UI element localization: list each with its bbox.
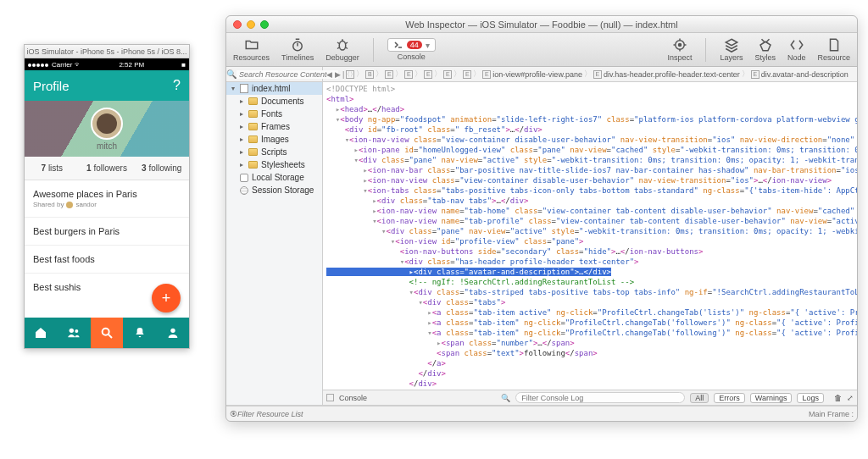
add-button[interactable]: + <box>152 284 181 312</box>
sidebar-folder[interactable]: ▸Stylesheets <box>226 158 322 171</box>
crumb-icon: E <box>424 70 432 79</box>
tab-timelines[interactable]: Timelines <box>281 37 314 62</box>
shared-by-label: Shared by <box>33 201 64 208</box>
styles-icon <box>758 37 773 53</box>
page-title: Profile <box>33 79 70 93</box>
window-titlebar[interactable]: Web Inspector — iOS Simulator — Foodbie … <box>226 16 857 33</box>
filter-all[interactable]: All <box>690 393 709 403</box>
folder-icon <box>248 148 258 156</box>
wifi-icon: ᯤ <box>75 61 81 69</box>
tab-layers[interactable]: Layers <box>720 37 743 62</box>
node-icon <box>789 37 804 53</box>
filter-warnings[interactable]: Warnings <box>750 393 793 403</box>
mini-avatar-icon <box>66 202 73 208</box>
sim-window-title: iOS Simulator - iPhone 5s - iPhone 5s / … <box>25 45 189 58</box>
disk-icon <box>240 186 248 195</box>
filter-logs[interactable]: Logs <box>797 393 824 403</box>
source-panel: <!DOCTYPE html> <html> ▸<head>…</head> ▾… <box>323 82 857 405</box>
home-icon <box>34 326 47 340</box>
stopwatch-icon <box>290 37 305 53</box>
sidebar-storage[interactable]: Session Storage <box>226 184 322 196</box>
sidebar-item-label: Local Storage <box>252 173 304 182</box>
folder-icon <box>248 123 258 130</box>
crumb-icon: E <box>593 70 602 79</box>
username-label: mitch <box>97 141 117 151</box>
console-toggle[interactable] <box>326 394 334 401</box>
web-inspector-window: Web Inspector — iOS Simulator — Foodbie … <box>225 15 858 422</box>
help-button[interactable]: ? <box>173 78 181 93</box>
expand-icon[interactable]: ⤢ <box>847 394 854 402</box>
avatar[interactable] <box>91 108 123 140</box>
tab-people[interactable] <box>58 318 91 348</box>
resource-filter-input[interactable] <box>237 410 348 418</box>
tab-profile[interactable] <box>156 318 189 348</box>
folder-icon <box>248 97 258 105</box>
tab-styles[interactable]: Styles <box>754 37 776 62</box>
html-file-icon <box>240 84 248 93</box>
crumb-icon: E <box>751 70 760 79</box>
sidebar-item-label: Fonts <box>261 109 282 119</box>
tab-home[interactable] <box>25 318 58 348</box>
carrier-label: Carrier <box>52 61 72 69</box>
storage-icon <box>240 174 248 182</box>
crumb-icon: 〈〉 <box>346 70 354 79</box>
list-item-title: Awesome places in Paris <box>33 189 181 199</box>
svg-point-4 <box>170 329 175 333</box>
tab-console[interactable]: 44 ▾ Console <box>387 38 436 61</box>
target-icon <box>672 37 687 53</box>
console-count-badge: 44 <box>407 41 422 49</box>
crumb-icon: E <box>443 70 452 79</box>
sidebar-folder[interactable]: ▸Fonts <box>226 108 322 120</box>
crumb-icon: E <box>385 70 393 79</box>
tab-followers[interactable]: 1 followers <box>80 157 135 180</box>
source-code[interactable]: <!DOCTYPE html> <html> ▸<head>…</head> ▾… <box>323 82 857 390</box>
tab-node[interactable]: Node <box>787 37 806 62</box>
svg-point-0 <box>70 329 74 333</box>
filter-errors[interactable]: Errors <box>714 393 745 403</box>
frame-selector[interactable]: Main Frame : <box>809 410 854 418</box>
sidebar-folder[interactable]: ▸Images <box>226 133 322 146</box>
filter-icon: 🔍 <box>501 394 510 402</box>
sidebar-folder[interactable]: ▸Documents <box>226 95 322 108</box>
sidebar-item-label: Documents <box>261 97 304 106</box>
tab-search[interactable] <box>91 318 124 348</box>
sidebar-folder[interactable]: ▸Scripts <box>226 146 322 158</box>
signal-dots-icon <box>28 61 49 69</box>
sidebar-folder[interactable]: ▸Frames <box>226 120 322 133</box>
resources-sidebar: ▾index.html ▸Documents▸Fonts▸Frames▸Imag… <box>226 82 323 405</box>
tab-lists[interactable]: 7 lists <box>25 157 80 180</box>
shared-by-user: sandor <box>75 201 96 208</box>
breadcrumb[interactable]: ◀ ▶ | 〈〉〉 B〉 E〉 E〉 E〉 E〉 E〉 Eion-view#pr… <box>323 67 857 81</box>
folder-icon <box>248 135 258 143</box>
list-item-title: Best burgers in Paris <box>33 226 181 236</box>
tab-following[interactable]: 3 following <box>134 157 189 180</box>
svg-point-2 <box>103 329 109 335</box>
console-filter-input[interactable] <box>515 392 685 403</box>
sidebar-item-label: Frames <box>261 122 290 131</box>
console-label: Console <box>339 394 367 402</box>
toolbar: Resources Timelines Debugger 44 ▾ Consol… <box>226 33 857 67</box>
clock: 2:52 PM <box>81 61 181 69</box>
trash-icon[interactable]: 🗑 <box>834 394 842 402</box>
tab-resource[interactable]: Resource <box>817 37 850 62</box>
inspect-button[interactable]: Inspect <box>667 37 692 62</box>
tab-resources[interactable]: Resources <box>233 37 270 62</box>
status-bar: Carrier ᯤ 2:52 PM ■ <box>25 58 189 70</box>
sidebar-item-label: index.html <box>252 84 291 93</box>
sidebar-storage[interactable]: Local Storage <box>226 171 322 184</box>
tab-notifications[interactable] <box>123 318 156 348</box>
list-item[interactable]: Awesome places in Paris Shared bysandor <box>25 180 189 218</box>
people-icon <box>66 326 81 340</box>
source-scroll[interactable]: <!DOCTYPE html> <html> ▸<head>…</head> ▾… <box>323 82 857 390</box>
list-item[interactable]: Best burgers in Paris <box>25 218 189 246</box>
list-item[interactable]: Best fast foods <box>25 246 189 274</box>
profile-hero: mitch <box>25 101 189 157</box>
console-drawer: Console 🔍 All Errors Warnings Logs 🗑 ⤢ <box>323 390 857 405</box>
folder-icon <box>248 161 258 169</box>
tab-debugger[interactable]: Debugger <box>326 37 359 62</box>
list-item-title: Best fast foods <box>33 254 181 264</box>
bug-icon <box>335 37 350 53</box>
bell-icon <box>133 326 147 340</box>
sidebar-item-index[interactable]: ▾index.html <box>226 82 322 95</box>
ios-simulator-window: iOS Simulator - iPhone 5s - iPhone 5s / … <box>24 44 190 349</box>
